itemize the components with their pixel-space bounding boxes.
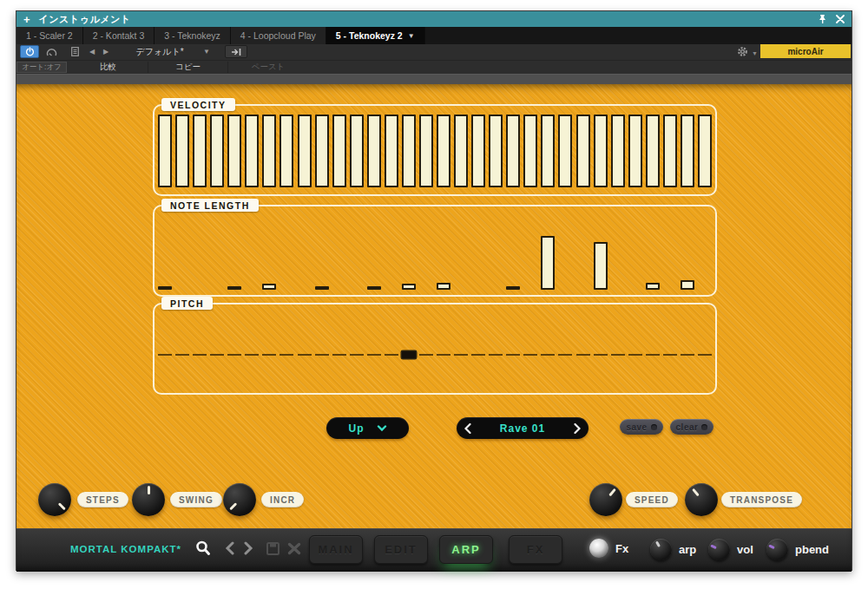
pitch-step-segment[interactable] <box>663 354 677 356</box>
preset-dropdown-icon[interactable]: ▼ <box>203 44 210 59</box>
note-length-lane[interactable]: NOTE LENGTH <box>153 205 717 297</box>
paste-button[interactable]: ペースト <box>228 62 308 73</box>
velocity-step-bar[interactable] <box>227 115 241 187</box>
pitch-step-segment[interactable] <box>158 354 172 356</box>
note-step-bar[interactable] <box>594 242 608 290</box>
preset-file-icon[interactable] <box>67 45 82 58</box>
velocity-step-bar[interactable] <box>262 115 276 187</box>
velocity-step-bar[interactable] <box>158 115 172 187</box>
pbend-knob[interactable] <box>766 539 788 560</box>
velocity-step-bar[interactable] <box>385 115 398 187</box>
velocity-step-bar[interactable] <box>523 115 537 187</box>
steps-knob[interactable] <box>38 483 71 516</box>
pitch-step-segment[interactable] <box>628 354 642 356</box>
note-step-bar[interactable] <box>315 286 329 290</box>
pitch-step-segment[interactable] <box>262 354 276 356</box>
velocity-step-bar[interactable] <box>576 115 590 187</box>
save-button[interactable]: save <box>620 419 663 435</box>
pitch-step-segment[interactable] <box>506 354 520 356</box>
velocity-step-bar[interactable] <box>454 115 468 187</box>
pitch-step-segment[interactable] <box>698 354 712 356</box>
tab-arp[interactable]: ARP <box>439 535 493 564</box>
velocity-step-bar[interactable] <box>350 115 364 187</box>
velocity-step-bar[interactable] <box>245 115 259 187</box>
arp-mini-knob[interactable] <box>650 539 672 560</box>
note-step-bar[interactable] <box>541 236 555 290</box>
tab-fx[interactable]: FX <box>509 535 562 564</box>
settings-group[interactable]: ▼ <box>737 45 758 61</box>
pitch-step-segment[interactable] <box>611 354 625 356</box>
pattern-select[interactable]: Rave 01 <box>457 417 589 439</box>
pitch-step-segment[interactable] <box>332 354 346 356</box>
velocity-step-bar[interactable] <box>367 115 381 187</box>
delete-patch-icon[interactable] <box>287 542 301 559</box>
copy-button[interactable]: コピー <box>148 62 228 73</box>
instrument-tab[interactable]: 1 - Scaler 2 <box>16 27 83 44</box>
pitch-step-segment[interactable] <box>541 354 555 356</box>
pitch-step-segment[interactable] <box>367 354 381 356</box>
preset-name[interactable]: デフォルト* <box>116 44 203 59</box>
dial-icon[interactable] <box>42 45 61 58</box>
vol-knob[interactable] <box>708 539 730 560</box>
velocity-step-bar[interactable] <box>663 115 677 187</box>
velocity-step-bar[interactable] <box>471 115 485 187</box>
pitch-step-segment[interactable] <box>175 354 189 356</box>
chevron-right-icon[interactable] <box>574 423 581 434</box>
compare-button[interactable]: 比較 <box>69 62 148 73</box>
velocity-step-bar[interactable] <box>332 115 346 187</box>
velocity-step-bar[interactable] <box>315 115 329 187</box>
pitch-step-segment[interactable] <box>454 354 468 356</box>
velocity-step-bar[interactable] <box>681 115 694 187</box>
add-instrument-button[interactable]: + <box>23 14 30 25</box>
pitch-step-segment[interactable] <box>385 354 398 356</box>
pitch-step-segment[interactable] <box>315 354 329 356</box>
pitch-step-segment[interactable] <box>193 354 207 356</box>
arp-mode-select[interactable]: Up <box>326 417 409 439</box>
velocity-step-bar[interactable] <box>489 115 503 187</box>
pitch-step-segment[interactable] <box>646 354 660 356</box>
velocity-step-bar[interactable] <box>698 115 712 187</box>
pitch-step-segment[interactable] <box>227 354 241 356</box>
tab-dropdown-icon[interactable]: ▼ <box>408 32 415 40</box>
close-icon[interactable] <box>836 15 845 23</box>
note-step-bar[interactable] <box>367 286 381 290</box>
instrument-tab[interactable]: 3 - Teknokeyz <box>155 27 231 44</box>
save-patch-icon[interactable] <box>266 542 279 559</box>
pin-to-track-icon[interactable] <box>225 45 247 58</box>
pitch-step-segment[interactable] <box>576 354 590 356</box>
prev-patch-icon[interactable] <box>225 541 234 559</box>
note-step-bar[interactable] <box>227 286 241 290</box>
automation-mode-button[interactable]: オート:オフ <box>16 62 67 73</box>
prev-preset-button[interactable]: ◀ <box>86 45 98 58</box>
velocity-step-bar[interactable] <box>541 115 555 187</box>
pitch-step-segment[interactable] <box>523 354 537 356</box>
next-preset-button[interactable]: ▶ <box>100 45 112 58</box>
swing-knob[interactable] <box>132 483 165 516</box>
clear-button[interactable]: clear <box>670 419 713 435</box>
speed-knob[interactable] <box>589 483 622 516</box>
velocity-step-bar[interactable] <box>506 115 520 187</box>
pitch-step-segment[interactable] <box>489 354 503 356</box>
settings-caret-icon[interactable]: ▼ <box>752 50 758 56</box>
velocity-step-bar[interactable] <box>558 115 572 187</box>
transpose-knob[interactable] <box>685 483 718 516</box>
note-step-bar[interactable] <box>437 283 450 290</box>
search-icon[interactable] <box>194 540 212 560</box>
note-step-bar[interactable] <box>646 283 660 290</box>
device-badge[interactable]: microAir <box>760 44 851 58</box>
velocity-step-bar[interactable] <box>210 115 224 187</box>
tab-edit[interactable]: EDIT <box>374 535 428 564</box>
chevron-left-icon[interactable] <box>464 423 471 434</box>
velocity-step-bar[interactable] <box>437 115 450 187</box>
velocity-step-bar[interactable] <box>298 115 312 187</box>
velocity-step-bar[interactable] <box>193 115 207 187</box>
note-step-bar[interactable] <box>158 286 172 290</box>
velocity-step-bar[interactable] <box>611 115 625 187</box>
pitch-step-segment[interactable] <box>402 351 416 358</box>
velocity-step-bar[interactable] <box>594 115 608 187</box>
pitch-step-segment[interactable] <box>279 354 293 356</box>
pitch-step-segment[interactable] <box>681 354 694 356</box>
velocity-step-bar[interactable] <box>628 115 642 187</box>
pitch-step-segment[interactable] <box>471 354 485 356</box>
pitch-step-segment[interactable] <box>245 354 259 356</box>
